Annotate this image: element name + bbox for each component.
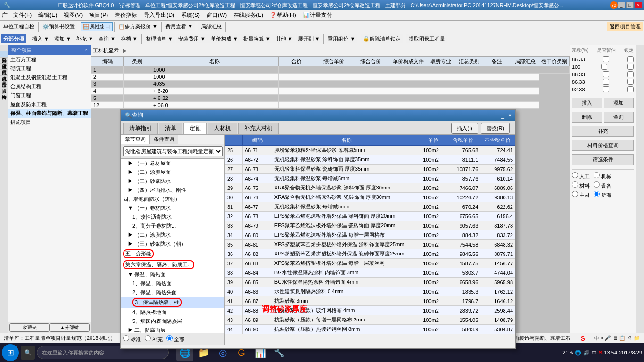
menu-import-export[interactable]: 导入导出(D) [141, 11, 177, 20]
unit-check-button[interactable]: 单位工程自检 [1, 22, 37, 31]
chapter-wall-waterproof[interactable]: 四、墙地面防水（防朝） [121, 195, 224, 204]
radio-labor[interactable] [572, 172, 578, 178]
chapter-coating-waterproof[interactable]: ▶ （二）涂膜防水 [121, 230, 224, 239]
tree-item-roofing[interactable]: 屋面及防水工程 [8, 100, 91, 109]
quota-row[interactable]: 35A6-81XPS挤塑聚苯乙烯拼塑板外墙外保温 涂料饰面厚度25mm100m2… [225, 240, 515, 249]
quota-library-select[interactable]: 湖北省房屋建筑与装饰工程消耗量定额 [123, 146, 223, 156]
other-button[interactable]: 其他 ▼ [273, 34, 295, 43]
chapter-deformation-joint[interactable]: 五、变形缝 [121, 248, 224, 259]
tab-project-overview[interactable]: 工程概况 [0, 45, 8, 51]
filter-device[interactable]: 设备 [594, 181, 611, 189]
menu-cost-index[interactable]: 造价指标 [112, 11, 140, 20]
quota-row[interactable]: 36A6-82XPS挤塑聚苯乙烯拼塑板外墙外保温 瓷砖饰面厚度25mm100m2… [225, 249, 515, 259]
quota-row[interactable]: 37A6-83XPS聚苯乙烯挤塑板外墙外保温 每增一层玻丝网100m21587.… [225, 259, 515, 268]
condition-query-tab[interactable]: 条件查询 [150, 135, 178, 144]
filter-material[interactable]: 材料 [572, 181, 590, 189]
query-button[interactable]: 查询 ▼ [96, 34, 118, 43]
cell-name[interactable]: + 6-20 [151, 88, 279, 95]
cell-name[interactable]: 4035 [151, 81, 279, 88]
tree-item-insulation[interactable]: 保温、柱面装饰与隔断、幕墙工程 [8, 109, 91, 118]
temp-check3[interactable] [603, 71, 609, 77]
fee-check-button[interactable]: 费用查看 ▼ [163, 22, 195, 31]
chapter-insulation-wall-col[interactable]: 3、保温隔热墙、柱 [121, 297, 224, 308]
tab-report[interactable]: 报表 [0, 82, 8, 88]
chapter-insulation-face[interactable]: ▼ 保温、隔热面 [121, 270, 224, 279]
cell-code[interactable]: 4 [91, 88, 124, 95]
quota-row[interactable]: 31A6-77无机轻集料保温砂浆 每增减5mm100m2670.24622.62 [225, 202, 515, 212]
chapter-coating-roof[interactable]: ▶ （二）涂膜屋面 [121, 168, 224, 177]
table-row[interactable]: 5 + 6-22 [91, 95, 570, 102]
chapter-anticorrosion[interactable]: ▶ 二、防腐面层 [121, 326, 224, 333]
quota-row[interactable]: 25A6-71腻粉聚苯颗粒外墙保温砂浆 每增减5mm100m2765.68724… [225, 146, 515, 155]
chapter-mortar-waterproof[interactable]: ▶ （三）砂浆防水 [121, 177, 224, 186]
menu-edit[interactable]: 编辑(E) [35, 11, 60, 20]
chapter-polymer-roll[interactable]: 2、高分子卷材防... [121, 222, 224, 230]
quota-row[interactable]: 44A6-90抗裂砂浆（压款）热镀锌钢丝网 8mm100m25843.95304… [225, 325, 515, 334]
dialog-minimize[interactable]: _ [501, 112, 504, 119]
menu-view[interactable]: 视图(V) [61, 11, 85, 20]
tab-labor-material[interactable]: 人材机 [208, 123, 237, 134]
menu-project[interactable]: 项目(P) [86, 11, 111, 20]
tab-list[interactable]: 清单 [159, 123, 182, 134]
radio-material[interactable] [572, 181, 578, 188]
filter-main[interactable]: 主材 [572, 191, 590, 199]
table-row[interactable]: 2 1000 [91, 74, 570, 81]
temp-check5[interactable] [603, 86, 609, 92]
filter-labor[interactable]: 人工 [572, 172, 590, 180]
archive-button[interactable]: 存档 ▼ [118, 34, 140, 43]
collect-button[interactable]: 收藏夹 [9, 323, 50, 332]
batch-convert-button[interactable]: 批量换算 ▼ [241, 34, 273, 43]
menu-file[interactable]: 文件(F) [10, 11, 34, 20]
cell-code[interactable]: 12 [91, 102, 124, 109]
tree-item-door-window[interactable]: 门窗工程 [8, 91, 91, 100]
quota-row[interactable]: 43A6-89抗裂砂浆（压款）每增一层网格布 2mm100m21554.0514… [225, 315, 515, 325]
menu-online[interactable]: 在线服务(L) [231, 11, 266, 20]
cell-name[interactable]: + 6-22 [151, 95, 279, 102]
chapter-roll-waterproof[interactable]: ▼ （一）卷材防水 [121, 204, 224, 213]
multi-plan-button[interactable]: 📋多方案报价 ▼ [116, 22, 160, 31]
std-supplement[interactable]: 补充 [145, 335, 163, 343]
insert-button[interactable]: 插入 ▼ [30, 34, 51, 43]
bill-section-button[interactable]: 分部分项 [1, 34, 26, 43]
tree-item-concrete[interactable]: 混凝土及钢筋混凝土工程 [8, 73, 91, 82]
chapter-insulation-floor[interactable]: 4、隔热板地面 [121, 308, 224, 317]
cell-name[interactable]: 1000 [151, 74, 279, 81]
table-row[interactable]: 12 + 06-0 [91, 102, 570, 109]
quota-row[interactable]: 28A6-74无机轻集料保温砂浆 每增减5mm100m2857.76610.14 [225, 174, 515, 183]
tab-other-items[interactable]: 其他项目 [0, 64, 8, 70]
right-add-button[interactable]: 添加 [604, 98, 634, 108]
dialog-close-button[interactable]: × [508, 112, 512, 119]
chapter-asphalt[interactable]: 1、改性沥青防水 [121, 213, 224, 222]
start-button[interactable]: ⊞ [2, 344, 19, 361]
quota-row[interactable]: 27A6-73无机轻集料保温砂浆 瓷砖饰面 厚度35mm100m210871.7… [225, 165, 515, 174]
tree-item-metal[interactable]: 金属结构工程 [8, 82, 91, 91]
quota-row[interactable]: 40A6-86水性建筑反射隔热涂料 0.4mm100m21835.31762.1… [225, 287, 515, 296]
taskbar-search-icon[interactable]: 🔍 [21, 346, 35, 360]
lock-check5[interactable] [627, 86, 634, 92]
quota-row[interactable]: 34A6-80EPS聚苯乙烯泡沫板外墙外保温 每增一层网格布100m2884.3… [225, 230, 515, 240]
section-tree-button[interactable]: ▲分部树 [50, 323, 90, 332]
expand-button[interactable]: 展开到 ▼ [296, 34, 322, 43]
tree-item-measures[interactable]: 措施项目 [8, 118, 91, 127]
quota-row[interactable]: 32A6-78EPS聚苯乙烯泡沫板外墙外保温 涂料饰面 厚度20mm100m26… [225, 212, 515, 221]
quota-row[interactable]: 26A6-72无机轻集料保温砂浆 涂料饰面 厚度35mm100m28111.17… [225, 155, 515, 165]
temp-check4[interactable] [603, 79, 609, 85]
table-row[interactable]: 4 + 6-20 [91, 88, 570, 95]
unit-price-button[interactable]: 单价构成 ▼ [208, 34, 240, 43]
extract-graphic-button[interactable]: 提取图形工程量 [406, 34, 447, 43]
std-label[interactable]: 标准 [123, 335, 141, 343]
organize-list-button[interactable]: 整理清单 ▼ [143, 34, 175, 43]
tab-compliance[interactable]: 符合性检查 [0, 88, 8, 94]
right-supplement-button[interactable]: 补充 [572, 126, 634, 137]
chapter-roll-roof[interactable]: ▶ （一）卷材屋面 [121, 159, 224, 168]
cell-code[interactable]: 3 [91, 81, 124, 88]
insert-btn[interactable]: 插入(I) [451, 123, 478, 134]
menu-help[interactable]: ❓帮助(H) [267, 11, 299, 20]
table-row[interactable]: 3 4035 [91, 81, 570, 88]
menu-window[interactable]: 窗口(W) [204, 11, 230, 20]
cell-code[interactable]: 5 [91, 95, 124, 102]
tab-list-guide[interactable]: 清单指引 [123, 123, 158, 134]
lock-check3[interactable] [627, 71, 634, 77]
lang-indicator[interactable]: 中 [592, 349, 597, 356]
minimize-button[interactable]: _ [618, 2, 625, 8]
